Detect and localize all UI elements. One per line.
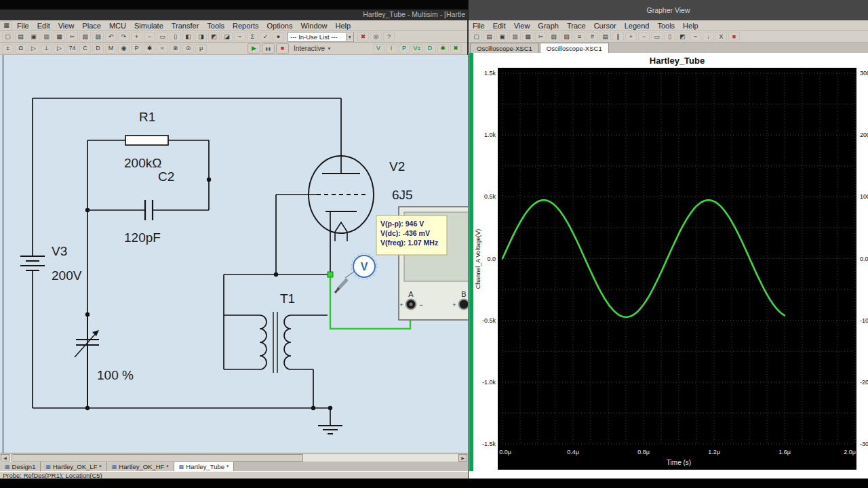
- zoom-sheet-icon[interactable]: ▯: [170, 32, 181, 41]
- grapher-menu-file[interactable]: File: [469, 22, 489, 30]
- probe-digital-icon[interactable]: D: [425, 44, 436, 54]
- battery-v3[interactable]: [20, 256, 45, 270]
- grapher-menu-tools[interactable]: Tools: [653, 22, 679, 30]
- zoom-area-icon[interactable]: ▭: [157, 32, 168, 41]
- print-icon[interactable]: ▥: [509, 32, 521, 41]
- print-preview-icon[interactable]: ▦: [54, 32, 65, 41]
- place-mcu-icon[interactable]: μ: [195, 44, 207, 54]
- ground-symbol[interactable]: [318, 426, 342, 434]
- place-source-icon[interactable]: ±: [2, 44, 14, 54]
- copy-icon[interactable]: ▧: [79, 32, 91, 41]
- pause-simulation-button[interactable]: ▮▮: [262, 43, 275, 54]
- multisim-menu-transfer[interactable]: Transfer: [167, 22, 203, 30]
- redo-icon[interactable]: ↷: [118, 32, 130, 41]
- scope-terminal-b[interactable]: [459, 300, 469, 310]
- probe-power-icon[interactable]: P: [399, 44, 410, 54]
- sheet-tab-hartley-ok-lf-1[interactable]: ▦Hartley_OK_LF *: [41, 462, 106, 471]
- capture-icon[interactable]: ●: [273, 32, 284, 41]
- grapher-menu-view[interactable]: View: [510, 22, 534, 30]
- cut-icon[interactable]: ✂: [66, 32, 78, 41]
- multisim-menu-view[interactable]: View: [54, 22, 79, 30]
- probe-node[interactable]: [328, 272, 333, 277]
- transformer-t1[interactable]: [260, 312, 291, 373]
- print-preview-icon[interactable]: ▦: [522, 32, 534, 41]
- properties-icon[interactable]: ≡: [574, 32, 585, 41]
- excel-export-icon[interactable]: X: [715, 32, 727, 41]
- grapher-menu-cursor[interactable]: Cursor: [590, 22, 620, 30]
- place-basic-icon[interactable]: Ω: [15, 44, 26, 54]
- save-icon[interactable]: ▣: [28, 32, 39, 41]
- sheet-tab-hartley-ok-hf-2[interactable]: ▦Hartley_OK_HF *: [107, 462, 174, 471]
- in-use-list-dropdown[interactable]: --- In-Use List --- ▼: [288, 32, 354, 42]
- copy-icon[interactable]: ▧: [548, 32, 559, 41]
- plot-area[interactable]: 0.0μ0.4μ0.8μ1.2μ1.6μ2.0μ1.5k3001.0k2000.…: [469, 53, 868, 479]
- open-icon[interactable]: ▤: [484, 32, 495, 41]
- invert-colors-icon[interactable]: ◩: [677, 32, 688, 41]
- place-transistor-icon[interactable]: ⊥: [41, 44, 52, 54]
- zoom-in-icon[interactable]: +: [131, 32, 142, 41]
- find-icon[interactable]: ◎: [370, 32, 382, 41]
- place-analog-icon[interactable]: ▷: [54, 44, 65, 54]
- delete-icon[interactable]: ✖: [357, 32, 369, 41]
- export-icon[interactable]: ↓: [703, 32, 714, 41]
- legend-toggle-icon[interactable]: ▤: [599, 32, 611, 41]
- hscroll-thumb[interactable]: [12, 454, 303, 462]
- database-manager-icon[interactable]: ◩: [208, 32, 220, 41]
- grid-toggle-icon[interactable]: #: [587, 32, 598, 41]
- place-electromech-icon[interactable]: ⊗: [170, 44, 181, 54]
- cut-icon[interactable]: ✂: [535, 32, 547, 41]
- red-marker-icon[interactable]: ■: [728, 32, 740, 41]
- capacitor-c2[interactable]: [145, 200, 153, 220]
- help-icon[interactable]: ?: [383, 32, 395, 41]
- electrical-rules-icon[interactable]: ✓: [260, 32, 271, 41]
- stop-simulation-button[interactable]: ■: [276, 43, 289, 54]
- multisim-titlebar[interactable]: Hartley_Tube - Multisim - [Hartle: [0, 0, 468, 20]
- scroll-right-icon[interactable]: ▶: [458, 454, 467, 462]
- zoom-in-icon[interactable]: +: [625, 32, 637, 41]
- run-simulation-button[interactable]: ▶: [248, 43, 260, 54]
- project-toolbox-icon[interactable]: ◧: [182, 32, 194, 41]
- paste-icon[interactable]: ▨: [92, 32, 104, 41]
- multisim-menu-tools[interactable]: Tools: [203, 22, 229, 30]
- create-component-icon[interactable]: ◪: [221, 32, 233, 41]
- multisim-menu-window[interactable]: Window: [296, 22, 331, 30]
- probe-differential-icon[interactable]: V±: [412, 44, 423, 54]
- probe-pointer[interactable]: [338, 279, 347, 289]
- multisim-menu-mcu[interactable]: MCU: [105, 22, 130, 30]
- voltage-probe[interactable]: V: [345, 253, 377, 279]
- scroll-left-icon[interactable]: ◀: [1, 454, 9, 462]
- grapher-menu-legend[interactable]: Legend: [620, 22, 654, 30]
- interactive-mode-label[interactable]: Interactive: [294, 45, 325, 52]
- hscroll-track[interactable]: [10, 454, 458, 462]
- multisim-menu-help[interactable]: Help: [332, 22, 355, 30]
- sheet-tab-hartley-tube-3[interactable]: ▦Hartley_Tube *: [174, 462, 235, 471]
- save-icon[interactable]: ▣: [496, 32, 508, 41]
- trace-style-icon[interactable]: ~: [690, 32, 701, 41]
- place-ttl-icon[interactable]: 74: [66, 44, 78, 54]
- cursors-toggle-icon[interactable]: ∥: [612, 32, 624, 41]
- place-misc-icon[interactable]: ✱: [144, 44, 155, 54]
- zoom-restore-icon[interactable]: ▯: [664, 32, 675, 41]
- postprocessor-icon[interactable]: Σ: [247, 32, 258, 41]
- place-diode-icon[interactable]: ▷: [28, 44, 39, 54]
- zoom-out-icon[interactable]: −: [144, 32, 155, 41]
- grapher-tab-oscilloscope-xsc1-1[interactable]: Oscilloscope-XSC1: [540, 43, 609, 53]
- new-icon[interactable]: ▢: [471, 32, 482, 41]
- place-mixed-icon[interactable]: M: [105, 44, 117, 54]
- multisim-menu-simulate[interactable]: Simulate: [130, 22, 167, 30]
- grapher-titlebar[interactable]: Grapher View: [468, 0, 868, 20]
- multisim-menu-edit[interactable]: Edit: [33, 22, 54, 30]
- resistor-r1[interactable]: [125, 136, 168, 145]
- paste-icon[interactable]: ▨: [561, 32, 572, 41]
- probe-delete-icon[interactable]: ✖: [450, 44, 462, 54]
- variable-capacitor[interactable]: [75, 330, 99, 357]
- place-cmos-icon[interactable]: C: [79, 44, 91, 54]
- new-file-icon[interactable]: ▢: [2, 32, 14, 41]
- canvas-hscrollbar[interactable]: ◀ ▶: [0, 453, 468, 462]
- grapher-menu-edit[interactable]: Edit: [489, 22, 510, 30]
- print-icon[interactable]: ▥: [41, 32, 52, 41]
- grapher-view-icon[interactable]: ~: [234, 32, 245, 41]
- grapher-tab-oscilloscope-xsc1-0[interactable]: Oscilloscope-XSC1: [470, 43, 539, 53]
- sheet-tab-design1-0[interactable]: ▦Design1: [0, 462, 41, 471]
- place-power-icon[interactable]: P: [131, 44, 142, 54]
